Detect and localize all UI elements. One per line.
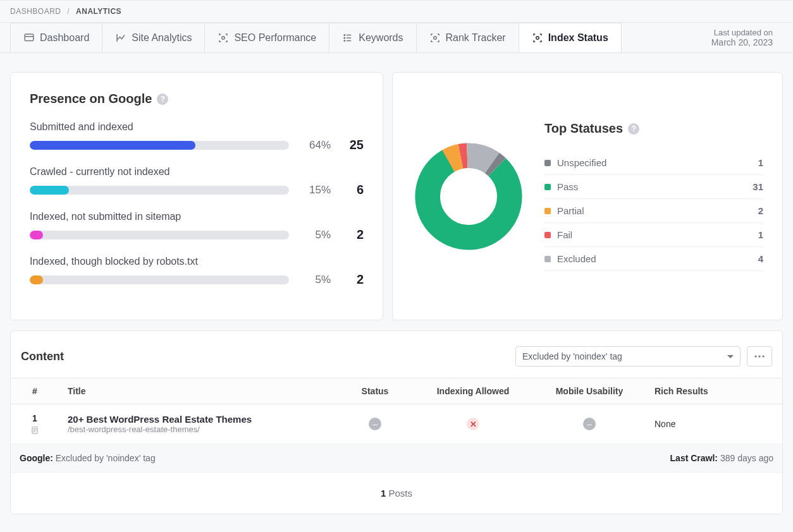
chart-icon	[115, 32, 126, 44]
help-icon[interactable]: ?	[628, 123, 639, 135]
presence-metric-val: 25	[342, 138, 364, 152]
status-row: Excluded4	[544, 247, 763, 271]
presence-title-text: Presence on Google	[30, 92, 152, 106]
status-row: Unspecified1	[544, 151, 763, 175]
col-mobile[interactable]: Mobile Usability	[533, 378, 646, 404]
status-dot	[544, 208, 551, 214]
row-index-cell: 1	[20, 413, 50, 435]
last-updated-date: March 20, 2023	[711, 37, 773, 47]
svg-point-8	[758, 355, 760, 357]
help-icon[interactable]: ?	[157, 94, 168, 105]
row-rich: None	[646, 404, 782, 444]
status-count: 1	[758, 229, 763, 240]
filter-select-value: Excluded by 'noindex' tag	[522, 351, 622, 361]
tab-site-analytics-label: Site Analytics	[132, 32, 192, 44]
status-count: 31	[753, 181, 763, 192]
minus-icon: –	[583, 418, 596, 430]
col-indexing[interactable]: Indexing Allowed	[413, 378, 533, 404]
presence-metric-pct: 64%	[300, 139, 331, 152]
presence-metric-label: Submitted and indexed	[30, 121, 364, 133]
status-name: Partial	[557, 205, 752, 216]
status-count: 1	[758, 157, 763, 168]
last-updated: Last updated on March 20, 2023	[711, 23, 793, 52]
status-dot	[544, 160, 551, 166]
tab-dashboard[interactable]: Dashboard	[10, 23, 102, 52]
status-name: Pass	[557, 181, 746, 192]
posts-footer: 1 Posts	[11, 473, 782, 514]
tab-index-status-label: Index Status	[548, 32, 608, 44]
google-label: Google:	[20, 453, 53, 463]
more-actions-button[interactable]	[747, 346, 772, 366]
bar-fill	[30, 275, 43, 284]
presence-metric: Crawled - currently not indexed15%6	[30, 166, 364, 197]
page-icon	[30, 426, 39, 435]
status-row: Pass31	[544, 175, 763, 199]
col-title[interactable]: Title	[59, 378, 337, 404]
presence-metric: Indexed, though blocked by robots.txt5%2	[30, 256, 364, 287]
tab-rank-tracker-label: Rank Tracker	[446, 32, 506, 44]
bar-fill	[30, 231, 43, 239]
svg-rect-0	[25, 34, 34, 41]
top-statuses-title-text: Top Statuses	[544, 121, 623, 136]
bar-track	[30, 275, 289, 284]
tab-site-analytics[interactable]: Site Analytics	[102, 23, 205, 52]
status-dot	[544, 232, 551, 238]
row-title: 20+ Best WordPress Real Estate Themes	[68, 414, 328, 425]
svg-point-6	[536, 37, 539, 40]
presence-metric-pct: 5%	[300, 229, 331, 241]
status-name: Unspecified	[557, 157, 752, 168]
x-icon: ✕	[467, 418, 479, 430]
breadcrumb-current: ANALYTICS	[76, 7, 121, 16]
content-card: Content Excluded by 'noindex' tag # Titl…	[10, 330, 783, 514]
col-status[interactable]: Status	[337, 378, 413, 404]
minus-icon: –	[369, 418, 381, 430]
tabbar: Dashboard Site Analytics SEO Performance…	[0, 23, 793, 53]
bar-fill	[30, 186, 69, 195]
presence-metric-val: 6	[342, 183, 364, 197]
bar-fill	[30, 141, 195, 150]
target-icon	[429, 32, 441, 44]
status-count: 2	[758, 205, 763, 216]
content-table: # Title Status Indexing Allowed Mobile U…	[11, 378, 782, 473]
bar-track	[30, 141, 289, 150]
status-count: 4	[758, 253, 763, 264]
presence-metric-pct: 5%	[300, 274, 331, 286]
tab-dashboard-label: Dashboard	[40, 32, 89, 44]
svg-point-2	[344, 35, 345, 36]
scan-icon	[532, 32, 543, 44]
tab-seo-performance-label: SEO Performance	[234, 32, 316, 44]
bar-track	[30, 231, 289, 239]
tab-keywords[interactable]: Keywords	[329, 23, 416, 52]
main-row: Presence on Google ? Submitted and index…	[0, 53, 793, 330]
col-rich[interactable]: Rich Results	[646, 378, 782, 404]
dashboard-icon	[23, 32, 35, 44]
presence-metric-val: 2	[342, 272, 364, 287]
svg-point-1	[222, 37, 225, 40]
posts-label: Posts	[389, 488, 413, 499]
presence-metric: Submitted and indexed64%25	[30, 121, 364, 152]
ellipsis-icon	[754, 354, 765, 358]
col-idx[interactable]: #	[11, 378, 59, 404]
tab-rank-tracker[interactable]: Rank Tracker	[416, 23, 519, 52]
card-top-statuses: Top Statuses ? Unspecified1Pass31Partial…	[392, 72, 783, 320]
breadcrumb-dashboard[interactable]: DASHBOARD	[10, 7, 61, 16]
presence-metric-val: 2	[342, 227, 364, 242]
tab-index-status[interactable]: Index Status	[519, 23, 622, 52]
top-statuses-title: Top Statuses ?	[544, 121, 763, 136]
status-row: Partial2	[544, 199, 763, 223]
svg-point-3	[344, 37, 345, 39]
svg-point-4	[344, 40, 345, 42]
google-value: Excluded by 'noindex' tag	[56, 453, 156, 463]
tab-seo-performance[interactable]: SEO Performance	[204, 23, 329, 52]
row-index: 1	[32, 413, 37, 423]
content-title: Content	[21, 350, 64, 363]
bar-track	[30, 186, 289, 195]
filter-select[interactable]: Excluded by 'noindex' tag	[515, 346, 741, 366]
status-dot	[544, 184, 551, 190]
breadcrumb-sep: /	[67, 7, 70, 16]
presence-metric-label: Crawled - currently not indexed	[30, 166, 364, 178]
posts-count: 1	[381, 488, 386, 499]
card-presence: Presence on Google ? Submitted and index…	[10, 72, 383, 320]
table-row[interactable]: 1 20+ Best WordPress Real Estate Themes …	[11, 404, 782, 444]
breadcrumb: DASHBOARD / ANALYTICS	[0, 0, 793, 23]
